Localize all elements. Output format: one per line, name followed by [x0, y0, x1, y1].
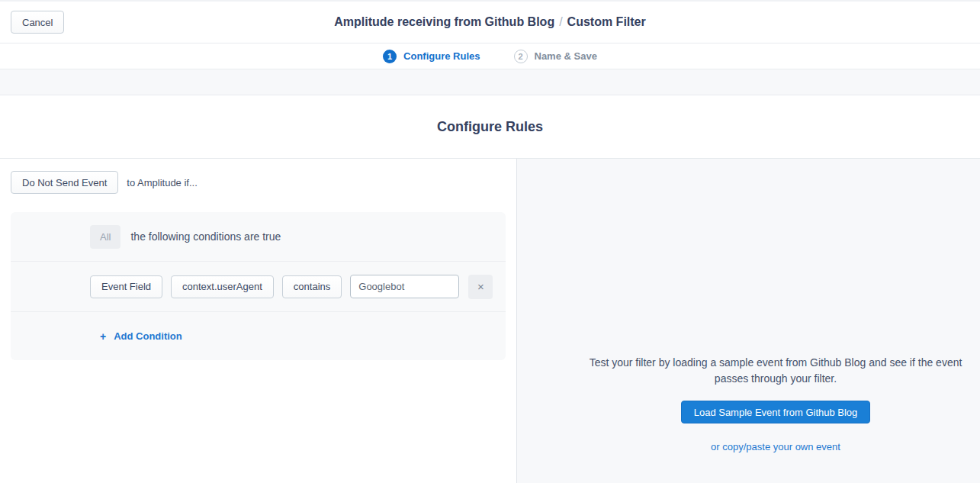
step-configure-rules[interactable]: 1 Configure Rules [383, 50, 480, 63]
breadcrumb-current-page: Custom Filter [567, 15, 646, 28]
remove-condition-button[interactable]: × [468, 275, 493, 299]
plus-icon: + [100, 330, 106, 343]
close-icon: × [477, 281, 484, 292]
breadcrumb-destination-name[interactable]: Amplitude receiving from Github Blog [334, 15, 554, 28]
condition-field-dropdown[interactable]: context.userAgent [171, 275, 274, 298]
cancel-button[interactable]: Cancel [11, 11, 64, 34]
step-name-and-save[interactable]: 2 Name & Save [514, 50, 597, 63]
page-title: Configure Rules [437, 119, 543, 135]
breadcrumb: Amplitude receiving from Github Blog/Cus… [0, 15, 980, 29]
top-header-bar: Cancel Amplitude receiving from Github B… [0, 2, 980, 43]
filter-action-suffix-label: to Amplitude if... [127, 177, 198, 188]
test-filter-panel: Test your filter by loading a sample eve… [517, 159, 980, 483]
test-description: Test your filter by loading a sample eve… [585, 355, 966, 387]
condition-value-input[interactable] [350, 275, 459, 298]
operator-suffix-label: the following conditions are true [130, 230, 281, 243]
paste-own-event-link[interactable]: or copy/paste your own event [585, 441, 966, 452]
custom-filter-wizard: Cancel Amplitude receiving from Github B… [0, 0, 980, 483]
title-section: Configure Rules [0, 95, 980, 159]
filter-action-dropdown[interactable]: Do Not Send Event [11, 171, 118, 194]
filter-action-row: Do Not Send Event to Amplitude if... [11, 171, 506, 194]
step-1-circle: 1 [383, 50, 397, 63]
step-2-label: Name & Save [535, 50, 597, 62]
add-condition-button[interactable]: + Add Condition [100, 330, 182, 343]
wizard-step-bar: 1 Configure Rules 2 Name & Save [0, 43, 980, 69]
step-1-label: Configure Rules [403, 50, 480, 62]
rule-builder-panel: Do Not Send Event to Amplitude if... All… [0, 159, 517, 483]
add-condition-row: + Add Condition [11, 312, 506, 360]
load-sample-event-button[interactable]: Load Sample Event from Github Blog [681, 401, 871, 423]
condition-row: Event Field context.userAgent contains × [11, 262, 506, 312]
breadcrumb-separator: / [554, 15, 567, 28]
condition-group: All the following conditions are true Ev… [11, 212, 506, 360]
test-filter-block: Test your filter by loading a sample eve… [585, 355, 966, 452]
condition-operator-row: All the following conditions are true [11, 212, 506, 262]
step-2-circle: 2 [514, 50, 528, 63]
condition-type-dropdown[interactable]: Event Field [90, 275, 162, 298]
main-content: Do Not Send Event to Amplitude if... All… [0, 159, 980, 483]
operator-all-chip[interactable]: All [90, 225, 120, 249]
condition-operator-dropdown[interactable]: contains [282, 275, 342, 298]
add-condition-label: Add Condition [114, 330, 182, 342]
spacer-band [0, 69, 980, 95]
